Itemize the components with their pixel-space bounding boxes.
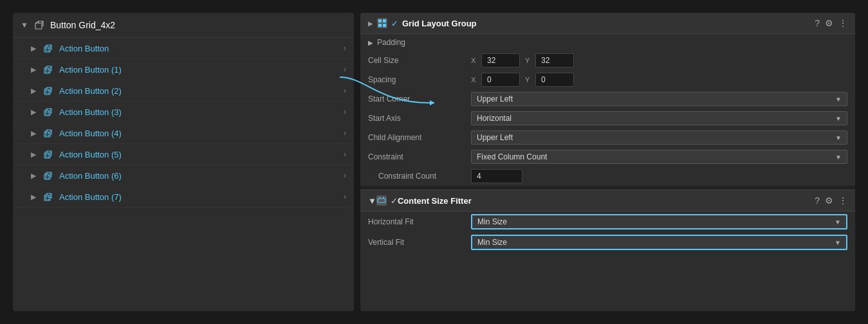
csf-settings-icon[interactable]: ⚙ — [825, 195, 833, 206]
item-cube-icon-0 — [42, 42, 54, 54]
horizontal-fit-arrow: ▼ — [835, 219, 841, 226]
item-cube-icon-4 — [42, 127, 54, 139]
hierarchy-item-3[interactable]: ▶ Action Button (3) › — [13, 102, 354, 123]
more-icon[interactable]: ⋮ — [838, 18, 847, 28]
spacing-row: Spacing X 0 Y 0 — [360, 70, 855, 89]
y-label-spacing: Y — [525, 76, 533, 84]
start-axis-value: Horizontal — [477, 114, 512, 123]
start-corner-arrow: ▼ — [835, 96, 842, 103]
cell-size-x-input[interactable]: 32 — [481, 53, 520, 68]
settings-icon[interactable]: ⚙ — [825, 18, 833, 28]
grid-layout-title: Grid Layout Group — [402, 19, 815, 28]
svg-rect-49 — [48, 177, 50, 179]
hierarchy-root-item[interactable]: ▼ Button Grid_4x2 — [13, 13, 354, 38]
content-size-fitter-header: ▼ ✓ Content Size Fitter ? ⚙ ⋮ — [360, 190, 855, 212]
spacing-y-input[interactable]: 0 — [535, 73, 574, 87]
vertical-fit-row: Vertical Fit Min Size ▼ — [360, 232, 855, 253]
svg-rect-21 — [48, 93, 50, 94]
svg-rect-53 — [45, 196, 47, 198]
svg-rect-59 — [383, 19, 386, 22]
grid-layout-header: ▶ ✓ Grid Layout Group ? ⚙ ⋮ — [360, 13, 855, 34]
svg-rect-47 — [48, 175, 50, 177]
item-label-0: Action Button — [59, 44, 344, 53]
item-chevron-6: › — [344, 171, 346, 180]
svg-rect-54 — [48, 196, 50, 198]
svg-rect-26 — [48, 111, 50, 113]
vertical-fit-value: Min Size — [477, 238, 507, 247]
grid-enabled-check[interactable]: ✓ — [391, 19, 398, 28]
svg-rect-13 — [45, 71, 47, 73]
svg-rect-5 — [48, 48, 50, 50]
svg-rect-56 — [48, 199, 50, 200]
start-axis-dropdown[interactable]: Horizontal ▼ — [471, 111, 847, 125]
start-corner-label: Start Corner — [368, 94, 471, 104]
child-alignment-dropdown[interactable]: Upper Left ▼ — [471, 130, 847, 145]
child-alignment-value: Upper Left — [477, 133, 513, 142]
y-label-cell: Y — [525, 57, 533, 64]
item-chevron-3: › — [344, 107, 346, 116]
padding-label: Padding — [377, 38, 480, 47]
csf-icon — [376, 195, 387, 206]
spacing-values: X 0 Y 0 — [471, 73, 847, 87]
x-label-cell: X — [471, 57, 479, 64]
svg-rect-58 — [378, 19, 382, 22]
cell-size-y-input[interactable]: 32 — [535, 53, 574, 68]
svg-rect-14 — [48, 71, 50, 73]
start-axis-row: Start Axis Horizontal ▼ — [360, 109, 855, 128]
svg-rect-39 — [45, 154, 47, 156]
svg-rect-4 — [45, 48, 47, 50]
svg-rect-18 — [45, 90, 47, 92]
cube-icon — [33, 19, 45, 31]
hierarchy-item-1[interactable]: ▶ Action Button (1) › — [13, 59, 354, 80]
vertical-fit-dropdown[interactable]: Min Size ▼ — [471, 235, 847, 250]
svg-rect-35 — [48, 135, 50, 136]
constraint-count-label: Constraint Count — [368, 172, 471, 181]
spacing-label: Spacing — [368, 75, 471, 84]
hierarchy-item-0[interactable]: ▶ Action Button › — [13, 38, 354, 59]
hierarchy-item-7[interactable]: ▶ Action Button (7) › — [13, 186, 354, 208]
spacing-y-field: Y 0 — [525, 73, 574, 87]
padding-row[interactable]: ▶ Padding — [360, 34, 855, 51]
x-label-spacing: X — [471, 76, 479, 84]
hierarchy-item-4[interactable]: ▶ Action Button (4) › — [13, 123, 354, 144]
hierarchy-item-5[interactable]: ▶ Action Button (5) › — [13, 144, 354, 165]
constraint-label: Constraint — [368, 152, 471, 161]
svg-rect-55 — [45, 199, 47, 200]
item-cube-icon-1 — [42, 64, 54, 75]
item-label-7: Action Button (7) — [59, 192, 344, 202]
item-expand-arrow-7: ▶ — [31, 193, 37, 201]
hierarchy-item-2[interactable]: ▶ Action Button (2) › — [13, 80, 354, 102]
svg-rect-32 — [45, 132, 47, 134]
svg-rect-25 — [45, 111, 47, 113]
hierarchy-panel: ▼ Button Grid_4x2 ▶ — [13, 13, 354, 311]
constraint-dropdown[interactable]: Fixed Column Count ▼ — [471, 150, 847, 164]
item-cube-icon-7 — [42, 191, 54, 203]
item-label-3: Action Button (3) — [59, 107, 344, 117]
spacing-x-input[interactable]: 0 — [481, 73, 520, 87]
expand-tri-csf: ▼ — [368, 196, 376, 206]
svg-rect-20 — [45, 93, 47, 94]
hierarchy-list: ▶ Action Button › ▶ — [13, 38, 354, 208]
csf-enabled-check[interactable]: ✓ — [391, 196, 398, 206]
start-corner-dropdown[interactable]: Upper Left ▼ — [471, 92, 847, 106]
grid-icon — [377, 18, 387, 28]
horizontal-fit-dropdown[interactable]: Min Size ▼ — [471, 214, 847, 230]
svg-rect-41 — [45, 156, 47, 158]
child-alignment-label: Child Alignment — [368, 133, 471, 142]
child-alignment-row: Child Alignment Upper Left ▼ — [360, 128, 855, 147]
item-label-5: Action Button (5) — [59, 150, 344, 159]
item-chevron-4: › — [344, 129, 346, 138]
csf-more-icon[interactable]: ⋮ — [838, 195, 847, 206]
hierarchy-root-label: Button Grid_4x2 — [50, 20, 115, 30]
constraint-count-input[interactable]: 4 — [471, 169, 522, 183]
item-cube-icon-5 — [42, 148, 54, 160]
item-label-2: Action Button (2) — [59, 86, 344, 96]
item-cube-icon-3 — [42, 106, 54, 118]
constraint-arrow: ▼ — [835, 154, 842, 161]
hierarchy-item-6[interactable]: ▶ Action Button (6) › — [13, 165, 354, 186]
csf-question-icon[interactable]: ? — [815, 195, 820, 206]
item-chevron-7: › — [344, 192, 346, 201]
question-icon[interactable]: ? — [815, 18, 820, 28]
vertical-fit-label: Vertical Fit — [368, 238, 471, 247]
svg-rect-7 — [48, 50, 50, 51]
